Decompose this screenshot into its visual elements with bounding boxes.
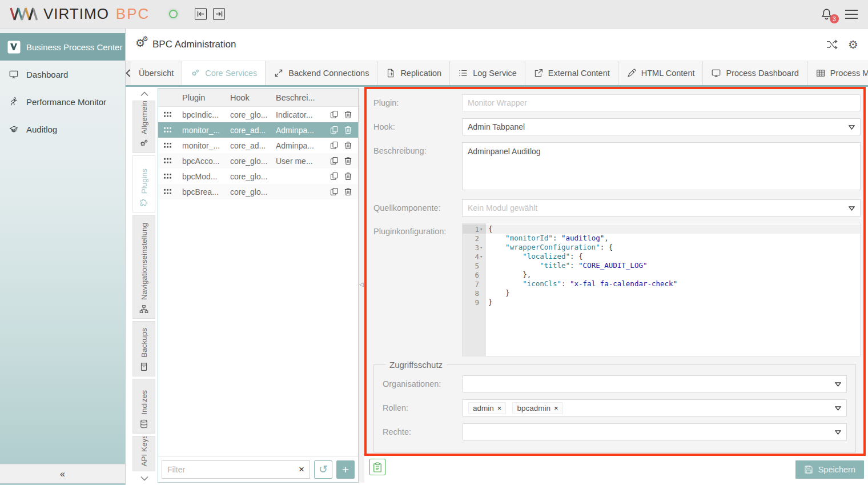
code-line: },	[486, 270, 860, 279]
remove-tag-icon[interactable]: ×	[497, 404, 502, 412]
copy-icon[interactable]	[329, 110, 339, 119]
refresh-button[interactable]: ↺	[314, 460, 332, 479]
side-tab-api-keys[interactable]: API Keys	[132, 436, 155, 471]
dropdown-arrow-icon[interactable]	[835, 382, 841, 387]
table-row[interactable]: bpcMod... core_glo...	[158, 169, 358, 184]
sidebar-item-auditlog[interactable]: Auditlog	[0, 115, 125, 143]
add-plugin-button[interactable]: +	[336, 460, 355, 479]
json-code-editor[interactable]: 1▾ 2 3▾ 4▾ 5 6 7 8 9 { "monitorId": "aud…	[462, 223, 861, 356]
main-menu-button[interactable]	[844, 9, 859, 20]
tab-backend-connections[interactable]: Backend Connections	[266, 61, 377, 85]
monitor-icon	[711, 68, 721, 78]
clear-filter-icon[interactable]: ×	[299, 464, 304, 474]
tab-core-services[interactable]: Core Services	[182, 61, 266, 85]
tab-log-service[interactable]: Log Service	[450, 61, 525, 85]
navigate-forward-button[interactable]	[213, 8, 225, 20]
gears-icon	[190, 68, 200, 78]
tab-external-content[interactable]: External Content	[525, 61, 618, 85]
side-tabs-scroll-down-button[interactable]	[132, 472, 156, 484]
cell-plugin: bpcIndic...	[182, 110, 230, 119]
table-row[interactable]: bpcAcco... core_glo... User me...	[158, 153, 358, 169]
remove-tag-icon[interactable]: ×	[554, 404, 558, 412]
code-fold-icon[interactable]: ▾	[480, 254, 484, 259]
sidebar-item-performance-monitor[interactable]: Performance Monitor	[0, 88, 125, 115]
tab-bersicht[interactable]: Übersicht	[131, 61, 182, 85]
shuffle-icon[interactable]	[826, 39, 838, 50]
trash-icon[interactable]	[343, 125, 353, 135]
gutter-line-number: 7	[463, 279, 486, 288]
copy-icon[interactable]	[329, 141, 339, 150]
table-row[interactable]: monitor_... core_ad... Adminpa...	[158, 138, 358, 153]
tab-process-dashboard[interactable]: Process Dashboard	[703, 61, 807, 85]
plugin-name-input[interactable]	[462, 94, 861, 111]
dropdown-arrow-icon[interactable]	[835, 406, 841, 411]
copy-icon[interactable]	[329, 156, 339, 166]
navigate-back-button[interactable]	[195, 8, 207, 20]
save-button[interactable]: Speichern	[795, 460, 864, 479]
table-row[interactable]: bpcBrea... core_glo...	[158, 184, 358, 199]
trash-icon[interactable]	[343, 156, 353, 166]
tab-process-monitoring[interactable]: Process Monitoring	[807, 61, 868, 85]
organisationen-combobox[interactable]	[463, 375, 847, 392]
quellkomponente-combobox[interactable]: Kein Modul gewählt	[462, 199, 861, 217]
plugin-field-label: Plugin:	[373, 94, 462, 111]
table-row[interactable]: monitor_... core_ad... Adminpa...	[158, 122, 358, 138]
tab-replication[interactable]: Replication	[377, 61, 450, 85]
code-line: "monitorId": "auditlog",	[486, 234, 860, 243]
side-tab-backups[interactable]: Backups	[132, 321, 155, 376]
side-tabs-scroll-up-button[interactable]	[132, 88, 156, 99]
trash-icon[interactable]	[343, 187, 353, 197]
chevron-left-icon	[126, 69, 131, 77]
drag-handle-icon	[163, 189, 172, 195]
side-tab-indizes[interactable]: Indizes	[132, 379, 155, 434]
side-tab-plugins[interactable]: Plugins	[132, 155, 155, 213]
orgchart-icon	[139, 304, 149, 314]
trash-icon[interactable]	[343, 141, 353, 150]
page-title: BPC Administration	[152, 39, 236, 50]
tab-label: Log Service	[473, 69, 517, 78]
sidebar-collapse-button[interactable]: «	[0, 464, 125, 483]
plugin-form-panel: Plugin: Hook: Admin Tabpanel Bes	[364, 87, 866, 456]
drag-handle-icon	[163, 158, 172, 164]
copy-icon[interactable]	[329, 187, 339, 197]
column-header-plugin[interactable]: Plugin	[182, 93, 230, 102]
tab-html-content[interactable]: HTML Content	[618, 61, 704, 85]
code-line: "iconCls": "x-fal fa-calendar-check"	[486, 279, 860, 288]
list-icon	[458, 68, 468, 78]
notifications-button[interactable]: 3	[819, 7, 834, 21]
cell-beschreibung: Indicator...	[276, 110, 323, 119]
rollen-combobox[interactable]: admin ×bpcadmin ×	[463, 399, 847, 416]
column-header-hook[interactable]: Hook	[230, 93, 276, 102]
hook-combobox[interactable]: Admin Tabpanel	[462, 118, 861, 135]
copy-icon[interactable]	[329, 171, 339, 181]
tab-scroll-left-button[interactable]	[126, 61, 131, 85]
editor-code[interactable]: { "monitorId": "auditlog", "wrapperConfi…	[486, 223, 860, 356]
code-fold-icon[interactable]: ▾	[480, 244, 484, 250]
side-tab-allgemein[interactable]: Allgemein	[132, 101, 155, 153]
settings-gear-icon[interactable]: ⚙	[848, 39, 858, 50]
beschreibung-textarea[interactable]	[462, 142, 861, 190]
sidebar-item-label: Auditlog	[26, 125, 57, 134]
panel-splitter[interactable]: ◁	[359, 88, 364, 483]
filter-input[interactable]	[167, 465, 299, 474]
code-fold-icon[interactable]: ▾	[480, 226, 484, 232]
role-tag-admin: admin ×	[468, 402, 506, 414]
code-line: "localized": {	[486, 252, 860, 261]
trash-icon[interactable]	[343, 171, 353, 181]
splitter-collapse-icon[interactable]: ◁	[359, 281, 364, 287]
dropdown-arrow-icon[interactable]	[849, 125, 855, 130]
trash-icon[interactable]	[343, 110, 353, 119]
column-header-beschreibung[interactable]: Beschrei...	[276, 93, 323, 102]
dropdown-arrow-icon[interactable]	[849, 206, 855, 211]
table-row[interactable]: bpcIndic... core_glo... Indicator...	[158, 107, 358, 122]
sidebar-title: Business Process Center	[26, 42, 122, 52]
sidebar-header-business-process-center[interactable]: Business Process Center	[0, 33, 125, 61]
copy-icon[interactable]	[329, 125, 339, 135]
paste-configuration-button[interactable]	[369, 459, 385, 475]
sidebar-item-label: Performance Monitor	[26, 97, 106, 107]
dropdown-arrow-icon[interactable]	[835, 430, 841, 435]
rechte-combobox[interactable]	[463, 423, 847, 440]
monitor-icon	[9, 69, 19, 79]
sidebar-item-dashboard[interactable]: Dashboard	[0, 61, 125, 88]
side-tab-navigationseinstellung[interactable]: Navigationseinstellung	[132, 215, 155, 319]
